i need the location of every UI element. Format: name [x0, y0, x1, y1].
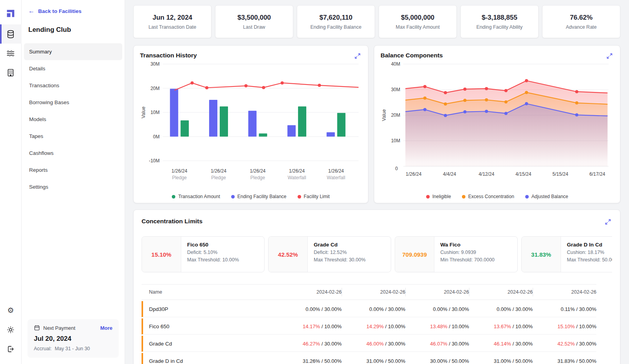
- theme-brightness-icon[interactable]: [0, 320, 22, 339]
- cell-separator: /: [320, 341, 324, 347]
- cell-value: 30.00%: [430, 358, 447, 364]
- table-row: Dpd30P0.00% / 30.00%0.00% / 30.00%0.00% …: [142, 301, 596, 317]
- rail-database-icon[interactable]: [0, 24, 22, 44]
- cell-value: 13.67%: [494, 324, 511, 329]
- sidebar-nav: SummaryDetailsTransactionsBorrowing Base…: [22, 43, 125, 195]
- sidebar-item-borrowing-bases[interactable]: Borrowing Bases: [24, 94, 122, 111]
- row-cell: 46.14% / 30.00%: [469, 341, 533, 347]
- stat-label: Last Transaction Date: [149, 24, 197, 30]
- logout-icon[interactable]: [0, 339, 22, 358]
- row-name: Grade Cd: [143, 341, 278, 347]
- cell-separator: /: [384, 306, 388, 312]
- sidebar-item-transactions[interactable]: Transactions: [24, 77, 122, 94]
- cell-limit: 30.00%: [579, 306, 596, 312]
- cell-limit: 30.00%: [452, 306, 469, 312]
- concentration-line2: Max Threshold: 30.00%: [314, 257, 366, 263]
- table-header-name: Name: [142, 289, 278, 295]
- sidebar-item-reports[interactable]: Reports: [24, 162, 122, 178]
- svg-text:6/17/24: 6/17/24: [589, 171, 605, 177]
- row-cell: 13.48% / 10.00%: [405, 324, 469, 329]
- stat-value: $-3,188,855: [482, 14, 517, 22]
- cell-limit: 50.00%: [452, 358, 469, 364]
- stat-card: $3,500,000Last Draw: [215, 5, 293, 38]
- legend-item[interactable]: Ineligible: [426, 194, 451, 199]
- rail-waves-icon[interactable]: [0, 44, 22, 63]
- app-logo-icon[interactable]: [0, 5, 22, 22]
- cell-value: 13.48%: [430, 324, 447, 329]
- legend-item[interactable]: Ending Facility Balance: [231, 194, 287, 199]
- stat-value: $3,500,000: [237, 14, 271, 22]
- facility-title: Lending Club: [22, 26, 125, 34]
- calendar-icon: [34, 325, 40, 331]
- concentration-name: Grade Cd: [314, 242, 366, 248]
- sidebar-item-tapes[interactable]: Tapes: [24, 128, 122, 145]
- table-header-date[interactable]: 2024-02-26: [405, 288, 469, 296]
- expand-icon[interactable]: [353, 52, 362, 60]
- svg-text:Pledge: Pledge: [211, 175, 226, 180]
- legend-item[interactable]: Facility Limit: [298, 194, 330, 199]
- stat-card: Jun 12, 2024Last Transaction Date: [133, 5, 212, 38]
- legend-item[interactable]: Adjusted Balance: [525, 194, 568, 199]
- icon-rail: ⚙: [0, 0, 22, 364]
- legend-item[interactable]: Transaction Amount: [172, 194, 220, 199]
- svg-text:Pledge: Pledge: [172, 175, 187, 180]
- cell-limit: 10.00%: [579, 324, 596, 329]
- svg-text:0M: 0M: [153, 134, 160, 140]
- rail-building-icon[interactable]: [0, 63, 22, 82]
- sidebar-item-settings[interactable]: Settings: [24, 178, 122, 195]
- settings-gear-icon[interactable]: ⚙: [0, 301, 22, 320]
- cell-limit: 10.00%: [452, 324, 469, 329]
- cell-separator: /: [511, 306, 515, 312]
- sidebar-item-cashflows[interactable]: Cashflows: [24, 145, 122, 162]
- app-root: ⚙ ← Back to Facilities Lending Club Summ…: [0, 0, 629, 364]
- legend-dot: [426, 195, 430, 199]
- cell-limit: 30.00%: [388, 306, 405, 312]
- cell-limit: 30.00%: [515, 341, 533, 347]
- expand-icon[interactable]: [605, 52, 614, 60]
- transaction-history-chart: 30M20M10M0M-10MValue1/26/24Pledge1/26/24…: [140, 60, 362, 191]
- cell-limit: 10.00%: [515, 324, 533, 329]
- cell-limit: 10.00%: [324, 324, 342, 329]
- transaction-history-card: Transaction History 30M20M10M0M-10MValue…: [133, 45, 368, 203]
- svg-text:40M: 40M: [391, 61, 400, 67]
- sidebar-item-models[interactable]: Models: [24, 111, 122, 128]
- stat-card: 76.62%Advance Rate: [542, 5, 620, 38]
- sidebar-item-summary[interactable]: Summary: [24, 43, 122, 60]
- cell-value: 0.11%: [561, 306, 575, 312]
- expand-icon[interactable]: [604, 218, 612, 226]
- back-link-label: Back to Facilities: [38, 8, 81, 14]
- cell-separator: /: [511, 341, 515, 347]
- back-to-facilities-link[interactable]: ← Back to Facilities: [22, 8, 125, 14]
- cell-value: 15.10%: [557, 324, 575, 329]
- legend-dot: [172, 195, 175, 199]
- table-header-date[interactable]: 2024-02-26: [533, 288, 596, 296]
- row-cell: 0.00% / 30.00%: [278, 306, 342, 312]
- stat-card: $7,620,110Ending Facility Balance: [297, 5, 375, 38]
- cell-value: 31.83%: [557, 358, 575, 364]
- transaction-history-title: Transaction History: [140, 52, 197, 59]
- cell-value: 31.00%: [494, 358, 511, 364]
- row-name: Fico 650: [143, 324, 278, 329]
- cell-limit: 50.00%: [324, 358, 342, 364]
- cell-separator: /: [575, 306, 579, 312]
- svg-text:10M: 10M: [391, 138, 400, 143]
- accrual-value: May 31 - Jun 30: [55, 346, 90, 351]
- cell-value: 46.07%: [430, 341, 447, 347]
- cell-limit: 30.00%: [388, 341, 405, 347]
- cell-value: 46.00%: [366, 341, 384, 347]
- legend-item[interactable]: Excess Concentration: [462, 194, 514, 199]
- row-cell: 46.00% / 30.00%: [342, 341, 405, 347]
- table-header-date[interactable]: 2024-02-26: [342, 288, 405, 296]
- svg-text:-10M: -10M: [149, 158, 160, 164]
- next-payment-more-link[interactable]: More: [100, 325, 112, 331]
- sidebar-item-details[interactable]: Details: [24, 60, 122, 77]
- concentration-table: Name 2024-02-262024-02-262024-02-262024-…: [142, 284, 612, 364]
- row-cell: 31.83% / 50.00%: [533, 358, 596, 364]
- svg-text:Waterfall: Waterfall: [327, 175, 345, 180]
- table-header-date[interactable]: 2024-02-26: [469, 288, 533, 296]
- concentration-line1: Cushion: 18.17%: [567, 250, 612, 255]
- row-cell: 15.10% / 10.00%: [533, 324, 596, 329]
- table-header-date[interactable]: 2024-02-26: [278, 288, 342, 296]
- concentration-card: 31.83%Grade D In CdCushion: 18.17%Max Th…: [521, 236, 612, 272]
- row-cell: 46.07% / 30.00%: [405, 341, 469, 347]
